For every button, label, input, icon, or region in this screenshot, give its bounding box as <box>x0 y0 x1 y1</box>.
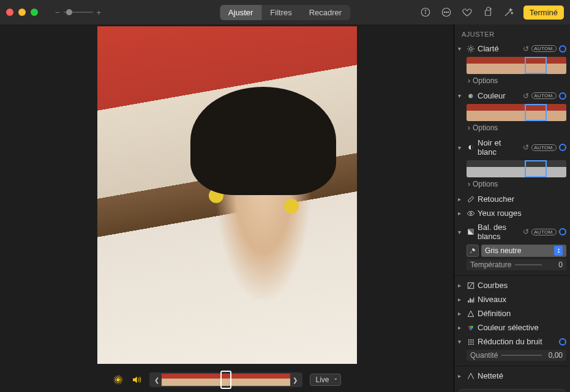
disclosure-down-icon[interactable]: ▾ <box>458 92 464 99</box>
tab-filters[interactable]: Filtres <box>261 5 300 20</box>
adjust-wb-group: ▾ Bal. des blancs ↺ AUTOM. Gris neutre ▴… <box>454 220 570 273</box>
bw-thumb-strip[interactable] <box>467 160 566 177</box>
color-icon <box>467 92 475 100</box>
adjust-retouch-group: ▸ Retoucher <box>454 192 570 206</box>
adjust-label: Noir et blanc <box>478 138 520 157</box>
color-thumb-strip[interactable] <box>467 104 566 121</box>
enable-indicator[interactable] <box>559 338 566 346</box>
color-options-row[interactable]: › Options <box>454 122 570 136</box>
adjust-label: Clarté <box>478 44 520 53</box>
svg-rect-41 <box>473 343 474 344</box>
options-label: Options <box>473 180 498 188</box>
adjust-sidebar: AJUSTER ▾ Clarté ↺ AUTOM. › Options <box>454 24 570 392</box>
light-options-row[interactable]: › Options <box>454 75 570 89</box>
chevron-right-icon: › <box>468 180 470 188</box>
filmstrip-next-icon[interactable]: ❯ <box>290 377 300 383</box>
bandage-icon <box>467 195 475 204</box>
auto-button[interactable]: AUTOM. <box>531 92 557 99</box>
zoom-in-icon[interactable]: + <box>97 8 102 17</box>
chevron-right-icon[interactable]: ▸ <box>458 210 464 216</box>
chevron-right-icon[interactable]: ▸ <box>458 324 464 331</box>
reset-adjustments-button[interactable]: Réinitialiser les ajustements <box>459 389 565 392</box>
window-controls <box>6 9 38 16</box>
noise-amount-value: 0,00 <box>546 351 563 360</box>
definition-icon <box>467 309 475 318</box>
enable-indicator[interactable] <box>559 92 566 100</box>
edit-mode-tabs: Ajuster Filtres Recadrer <box>220 5 350 20</box>
filmstrip-scrubber[interactable] <box>220 371 231 389</box>
light-thumb-strip[interactable] <box>467 57 566 74</box>
disclosure-down-icon[interactable]: ▾ <box>458 229 464 235</box>
close-window-button[interactable] <box>6 9 13 16</box>
tab-adjust[interactable]: Ajuster <box>220 5 261 20</box>
svg-point-6 <box>448 12 449 13</box>
fullscreen-window-button[interactable] <box>31 9 38 16</box>
reset-icon[interactable]: ↺ <box>523 45 529 53</box>
done-button[interactable]: Terminé <box>523 6 564 20</box>
reset-icon[interactable]: ↺ <box>523 143 529 152</box>
live-photo-filmstrip[interactable]: ❮ ❯ <box>149 372 302 387</box>
favorite-icon[interactable] <box>461 6 473 18</box>
filmstrip-prev-icon[interactable]: ❮ <box>152 377 162 383</box>
minimize-window-button[interactable] <box>18 9 26 16</box>
chevron-right-icon[interactable]: ▸ <box>458 282 464 289</box>
wb-mode-select[interactable]: Gris neutre ▴▾ <box>481 245 566 257</box>
options-label: Options <box>473 76 498 85</box>
wb-temperature-row: Température 0 <box>467 259 566 270</box>
auto-button[interactable]: AUTOM. <box>531 45 557 52</box>
live-mode-select[interactable]: Live <box>310 374 340 386</box>
zoom-control: − + <box>55 8 101 17</box>
zoom-out-icon[interactable]: − <box>55 8 60 17</box>
adjust-label: Couleur sélective <box>478 323 566 332</box>
svg-rect-36 <box>468 341 470 342</box>
adjust-label: Yeux rouges <box>478 209 566 218</box>
sharpness-icon <box>467 372 475 380</box>
chevron-right-icon[interactable]: ▸ <box>458 372 464 379</box>
tab-crop[interactable]: Recadrer <box>301 5 350 20</box>
temperature-value: 0 <box>546 261 563 269</box>
svg-line-17 <box>473 50 473 51</box>
adjust-label: Retoucher <box>478 194 566 204</box>
svg-rect-7 <box>485 10 490 15</box>
bw-icon <box>467 143 475 152</box>
rotate-icon[interactable] <box>482 6 494 18</box>
photo-preview[interactable] <box>97 26 357 364</box>
svg-rect-35 <box>473 339 474 340</box>
svg-point-5 <box>446 12 447 13</box>
adjust-selcolor-group: ▸ Couleur sélective <box>454 320 570 335</box>
chevron-right-icon: › <box>468 76 470 85</box>
adjust-light-group: ▾ Clarté ↺ AUTOM. › Options <box>454 42 570 89</box>
svg-rect-40 <box>470 343 471 344</box>
light-icon <box>467 45 475 53</box>
eyedropper-button[interactable] <box>467 245 479 257</box>
enable-indicator[interactable] <box>559 144 566 151</box>
noise-amount-slider[interactable] <box>501 355 542 356</box>
enable-indicator[interactable] <box>559 228 566 235</box>
more-icon[interactable] <box>440 6 452 18</box>
bw-options-row[interactable]: › Options <box>454 179 570 192</box>
disclosure-down-icon[interactable]: ▾ <box>458 338 464 345</box>
chevron-right-icon[interactable]: ▸ <box>458 296 464 303</box>
svg-point-8 <box>117 379 120 382</box>
auto-enhance-icon[interactable] <box>503 6 515 18</box>
chevron-right-icon[interactable]: ▸ <box>458 196 464 202</box>
reset-icon[interactable]: ↺ <box>523 92 529 100</box>
auto-button[interactable]: AUTOM. <box>531 229 557 235</box>
svg-point-32 <box>470 327 473 330</box>
auto-button[interactable]: AUTOM. <box>531 144 557 151</box>
adjust-label: Réduction du bruit <box>478 337 557 346</box>
chevron-right-icon[interactable]: ▸ <box>458 310 464 317</box>
zoom-slider[interactable] <box>64 12 93 13</box>
live-photo-icon[interactable] <box>113 374 124 385</box>
sound-icon[interactable] <box>131 374 142 385</box>
adjust-definition-group: ▸ Définition <box>454 306 570 320</box>
temperature-slider[interactable] <box>515 264 542 265</box>
enable-indicator[interactable] <box>559 45 566 53</box>
reset-icon[interactable]: ↺ <box>523 227 529 236</box>
curves-icon <box>467 281 475 290</box>
svg-point-4 <box>444 12 445 13</box>
canvas-area: ❮ ❯ Live <box>0 24 454 392</box>
disclosure-down-icon[interactable]: ▾ <box>458 45 464 52</box>
info-icon[interactable] <box>419 6 432 18</box>
disclosure-down-icon[interactable]: ▾ <box>458 144 464 151</box>
